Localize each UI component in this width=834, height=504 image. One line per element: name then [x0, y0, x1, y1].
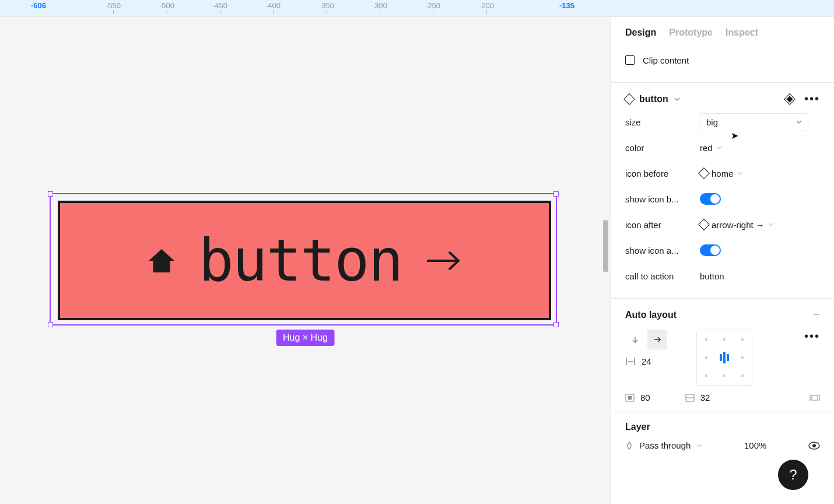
blend-mode-select[interactable]: Pass through	[639, 440, 691, 450]
chevron-down-icon[interactable]	[674, 96, 680, 102]
clip-content-label: Clip content	[643, 55, 689, 65]
chevron-down-icon	[716, 145, 722, 150]
component-icon	[623, 93, 635, 105]
component-variants-icon[interactable]	[784, 93, 796, 105]
chevron-down-icon	[768, 222, 774, 228]
chevron-down-icon	[696, 443, 702, 449]
selection-bounds[interactable]: button	[50, 193, 557, 326]
gap-value[interactable]: 24	[642, 356, 651, 366]
size-select[interactable]: big	[700, 113, 808, 131]
more-options-icon[interactable]: •••	[804, 92, 820, 106]
icon-before-select[interactable]: home	[700, 169, 743, 178]
tab-prototype[interactable]: Prototype	[669, 27, 713, 38]
show-icon-after-toggle[interactable]	[700, 244, 721, 256]
tab-design[interactable]: Design	[625, 27, 656, 38]
help-button[interactable]: ?	[778, 460, 808, 490]
padding-h-value[interactable]: 80	[640, 393, 650, 402]
cta-input[interactable]: button	[700, 271, 724, 281]
component-name[interactable]: button	[639, 94, 668, 104]
auto-layout-title: Auto layout	[625, 310, 677, 320]
home-icon	[148, 249, 175, 272]
auto-layout-more-icon[interactable]: •••	[804, 330, 820, 343]
padding-v-value[interactable]: 32	[700, 393, 710, 402]
layer-title: Layer	[625, 422, 820, 432]
instance-swap-icon	[698, 219, 710, 230]
button-text: button	[198, 226, 402, 295]
blend-mode-icon[interactable]	[625, 442, 633, 450]
visibility-icon[interactable]	[808, 442, 820, 450]
padding-individual-icon[interactable]	[810, 394, 820, 402]
resize-handle-bottom-right[interactable]	[553, 322, 559, 327]
horizontal-ruler: -606 -550 -500 -450 -400 -350 -300 -250 …	[0, 0, 834, 17]
direction-vertical-button[interactable]	[625, 330, 645, 349]
remove-auto-layout-icon[interactable]: −	[813, 308, 820, 321]
resize-handle-bottom-left[interactable]	[48, 322, 53, 327]
ruler-selection-start: -606	[31, 1, 46, 10]
spacing-icon	[625, 358, 636, 366]
properties-panel: Design Prototype Inspect Clip content bu…	[611, 17, 834, 504]
clip-content-checkbox[interactable]	[625, 55, 635, 65]
chevron-down-icon	[796, 119, 802, 125]
resize-handle-top-right[interactable]	[553, 191, 559, 197]
direction-horizontal-button[interactable]	[647, 330, 667, 349]
ruler-selection-end: -135	[559, 1, 574, 10]
color-select[interactable]: red	[700, 143, 722, 153]
show-icon-before-toggle[interactable]	[700, 193, 721, 205]
opacity-value[interactable]: 100%	[744, 440, 766, 450]
padding-horizontal-icon	[625, 394, 635, 402]
resize-handle-top-left[interactable]	[48, 191, 53, 197]
padding-vertical-icon	[685, 394, 695, 402]
alignment-center-icon	[720, 352, 729, 363]
icon-after-select[interactable]: arrow-right →	[700, 220, 774, 230]
tab-inspect[interactable]: Inspect	[726, 27, 758, 38]
svg-rect-5	[812, 396, 818, 400]
canvas-area[interactable]: button Hug × Hug	[0, 17, 611, 504]
alignment-grid[interactable]	[696, 330, 752, 386]
arrow-right-icon	[653, 335, 661, 344]
selection-size-badge: Hug × Hug	[276, 330, 335, 346]
chevron-down-icon	[737, 170, 743, 176]
button-component[interactable]: button	[58, 201, 551, 320]
svg-point-9	[812, 444, 816, 447]
arrow-right-icon	[426, 250, 461, 272]
svg-rect-2	[628, 396, 632, 400]
instance-swap-icon	[698, 167, 710, 179]
canvas-scrollbar[interactable]	[603, 220, 608, 272]
arrow-down-icon	[631, 335, 639, 344]
